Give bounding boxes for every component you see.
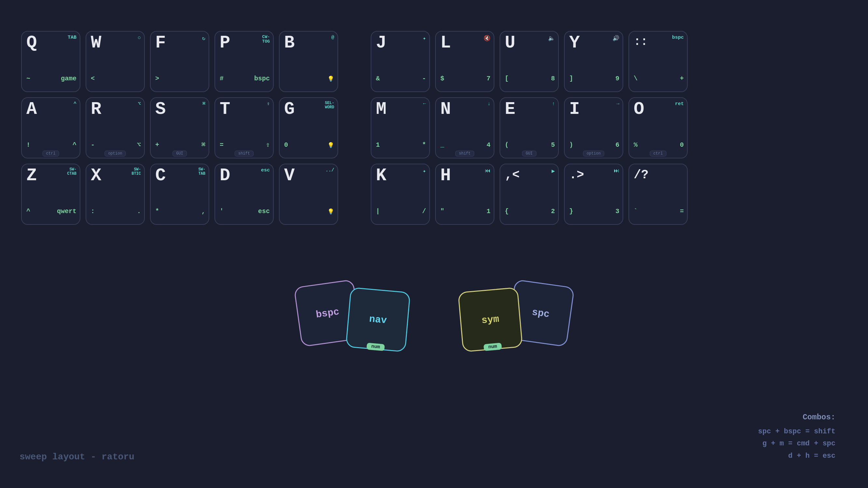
key-E-badge: GUI (522, 151, 536, 157)
key-T-br: ⇧ (266, 140, 270, 149)
key-E-bl: ( (505, 141, 509, 149)
key-V[interactable]: V ../ 💡 (279, 164, 338, 225)
key-slash[interactable]: /? ` = (628, 164, 688, 225)
key-S-tr: ⌘ (203, 101, 205, 107)
key-X[interactable]: X SW-BTIC : . (86, 164, 145, 225)
key-R-badge: option (104, 151, 126, 157)
key-M-main: M (376, 100, 386, 118)
key-N-main: N (440, 100, 451, 118)
key-L-br: 7 (487, 75, 491, 82)
key-S-main: S (155, 100, 166, 118)
key-J-bl: & (376, 75, 380, 82)
key-F-icon: ↻ (202, 35, 205, 42)
key-C-main: C (155, 167, 166, 185)
row-2-right: M ← 1 * N ↓ _ 4 shift E ↑ ( 5 GUI (371, 97, 688, 158)
key-F-bl: > (155, 75, 159, 82)
key-comma[interactable]: ,< ▶ { 2 (500, 164, 559, 225)
thumb-spc-label: spc (531, 306, 550, 320)
key-W[interactable]: W ○ < (86, 31, 145, 92)
key-period-icon: ⏭ (614, 167, 619, 174)
key-colon-bl: \ (634, 75, 638, 82)
key-A[interactable]: A ^ ! ^ ctrl (21, 97, 81, 158)
thumb-nav[interactable]: nav num (345, 287, 410, 352)
key-Y-icon: 🔊 (613, 35, 619, 42)
key-O[interactable]: O ret % 0 ctrl (628, 97, 688, 158)
key-T-badge: shift (235, 151, 253, 157)
key-N-badge: shift (455, 151, 474, 157)
key-D[interactable]: D esc ' esc (215, 164, 274, 225)
key-colon-tr: bspc (672, 35, 684, 41)
key-A-main: A (26, 100, 37, 118)
key-H[interactable]: H ⏮ " 1 (435, 164, 494, 225)
key-L-main: L (440, 34, 451, 52)
key-L-bl: $ (440, 75, 444, 82)
key-colon-main: :: (634, 36, 648, 48)
thumb-keys: bspc nav num sym num spc (0, 283, 868, 350)
key-G[interactable]: G SEL-WORD 0 💡 (279, 97, 338, 158)
combos-section: Combos: spc + bspc = shift g + m = cmd +… (758, 411, 835, 462)
row-3-right: K ✦ | / H ⏮ " 1 ,< ▶ { 2 .> ⏭ (371, 164, 688, 225)
key-J-br: - (422, 75, 426, 82)
key-T[interactable]: T ⇧ = ⇧ shift (215, 97, 274, 158)
key-X-bl: : (91, 207, 95, 215)
key-H-main: H (440, 167, 451, 185)
keyboard-layout: Q TAB ~ game W ○ < F ↻ > P CW-TOG # (21, 31, 688, 225)
key-U[interactable]: U 🔈 [ 8 (500, 31, 559, 92)
key-O-main: O (634, 100, 644, 118)
key-U-br: 8 (551, 75, 555, 82)
key-B-tr: @ (331, 35, 334, 41)
row-2-left: A ^ ! ^ ctrl R ⌥ - ⌥ option S ⌘ + ⌘ GUI (21, 97, 338, 158)
key-N-tr: ↓ (488, 101, 491, 107)
key-slash-bl: ` (634, 207, 638, 215)
key-N[interactable]: N ↓ _ 4 shift (435, 97, 494, 158)
key-I-badge: option (583, 151, 604, 157)
key-Q-bl: ~ (26, 75, 30, 82)
key-Q-tr: TAB (68, 35, 76, 41)
key-C-bl: * (155, 207, 159, 215)
key-C-tr: SW-TAB (198, 167, 205, 176)
key-K[interactable]: K ✦ | / (371, 164, 430, 225)
key-E[interactable]: E ↑ ( 5 GUI (500, 97, 559, 158)
key-Z-tr: SW-CTAB (67, 167, 76, 176)
row-3-left: Z SW-CTAB ^ qwert X SW-BTIC : . C SW-TAB… (21, 164, 338, 225)
key-L[interactable]: L 🔇 $ 7 (435, 31, 494, 92)
key-J-main: J (376, 34, 386, 52)
key-colon[interactable]: :: bspc \ + (628, 31, 688, 92)
key-A-br: ^ (72, 141, 76, 149)
key-Y-bl: ] (569, 75, 573, 82)
key-period-br: 3 (615, 207, 619, 215)
key-H-bl: " (440, 207, 444, 215)
key-R-bl: - (91, 141, 95, 149)
thumb-sym[interactable]: sym num (458, 287, 523, 352)
key-slash-main: /? (634, 169, 649, 181)
combos-title: Combos: (758, 411, 835, 424)
key-S[interactable]: S ⌘ + ⌘ GUI (150, 97, 209, 158)
key-K-bl: | (376, 207, 380, 215)
key-comma-icon: ▶ (552, 167, 555, 174)
key-Y[interactable]: Y 🔊 ] 9 (564, 31, 623, 92)
key-R[interactable]: R ⌥ - ⌥ option (86, 97, 145, 158)
key-B[interactable]: B @ 💡 (279, 31, 338, 92)
key-period-main: .> (569, 169, 584, 181)
key-V-main: V (284, 167, 294, 185)
key-W-bl: < (91, 75, 95, 82)
key-Z[interactable]: Z SW-CTAB ^ qwert (21, 164, 81, 225)
key-O-badge: ctrl (650, 151, 666, 157)
key-period[interactable]: .> ⏭ } 3 (564, 164, 623, 225)
key-C[interactable]: C SW-TAB * , (150, 164, 209, 225)
key-J[interactable]: J ✦ & - (371, 31, 430, 92)
key-G-main: G (284, 100, 294, 118)
thumb-sym-badge: num (483, 343, 502, 351)
key-U-bl: [ (505, 75, 509, 82)
key-I[interactable]: I → ) 6 option (564, 97, 623, 158)
key-Q[interactable]: Q TAB ~ game (21, 31, 81, 92)
combo-line1: spc + bspc = shift (758, 426, 835, 437)
key-comma-br: 2 (551, 207, 555, 215)
key-P[interactable]: P CW-TOG # bspc (215, 31, 274, 92)
key-period-bl: } (569, 207, 573, 215)
key-M[interactable]: M ← 1 * (371, 97, 430, 158)
key-Q-br: game (61, 75, 76, 82)
key-P-main: P (220, 34, 230, 52)
thumb-sym-label: sym (481, 313, 500, 326)
key-F[interactable]: F ↻ > (150, 31, 209, 92)
